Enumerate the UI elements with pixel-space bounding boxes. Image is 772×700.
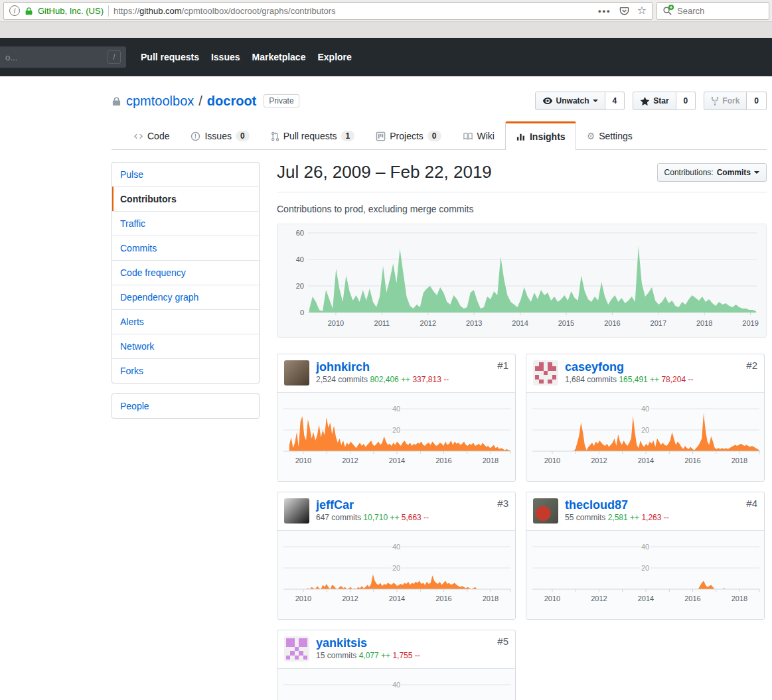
unwatch-button[interactable]: Unwatch: [535, 92, 605, 110]
sidebar-item-code-frequency[interactable]: Code frequency: [112, 260, 259, 285]
tab-counter: 1: [341, 131, 355, 141]
tab-projects[interactable]: Projects0: [365, 121, 451, 150]
gh-nav-pull-requests[interactable]: Pull requests: [141, 52, 199, 62]
avatar[interactable]: [284, 636, 309, 662]
sidebar-item-pulse[interactable]: Pulse: [112, 163, 259, 186]
svg-text:2018: 2018: [732, 456, 747, 464]
additions-count: 10,710 ++: [363, 513, 401, 522]
additions-count: 802,406 ++: [370, 375, 412, 384]
contributor-commit-chart[interactable]: 402020102012201420162018: [277, 531, 515, 620]
contributor-card-header: #2caseyfong1,684 commits 165,491 ++ 78,2…: [526, 354, 764, 393]
sidebar-item-contributors[interactable]: Contributors: [112, 186, 259, 211]
contributor-rank: #2: [746, 360, 757, 371]
gh-nav: Pull requestsIssuesMarketplaceExplore: [141, 52, 352, 62]
contributor-rank: #5: [497, 636, 508, 647]
tab-issues[interactable]: Issues0: [180, 121, 260, 150]
repo-name-link[interactable]: docroot: [207, 94, 256, 109]
tab-counter: 0: [236, 131, 250, 141]
heading-divider: [277, 192, 767, 192]
contributor-commit-chart[interactable]: 402020102012201420162018: [526, 531, 764, 620]
gh-nav-issues[interactable]: Issues: [211, 52, 240, 62]
fork-button[interactable]: Fork: [704, 92, 747, 110]
avatar[interactable]: [533, 498, 558, 524]
svg-text:2012: 2012: [342, 595, 358, 602]
contributor-name-link[interactable]: yankitsis: [316, 636, 367, 650]
browser-toolbar: i GitHub, Inc. (US) https://github.com/c…: [0, 0, 772, 22]
contributor-rank: #1: [497, 360, 508, 371]
bookmark-star-icon[interactable]: ☆: [637, 5, 647, 16]
svg-text:2010: 2010: [544, 456, 560, 464]
gh-nav-marketplace[interactable]: Marketplace: [252, 52, 306, 62]
contributor-card-yankitsis: #5yankitsis15 commits 4,077 ++ 1,755 --4…: [277, 630, 516, 700]
sidebar-item-commits[interactable]: Commits: [112, 236, 259, 260]
star-count[interactable]: 0: [676, 92, 696, 110]
avatar[interactable]: [284, 360, 309, 385]
browser-search-field[interactable]: Search: [656, 2, 769, 20]
contributions-filter-dropdown[interactable]: Contributions:Commits: [657, 163, 767, 182]
all-contributions-chart[interactable]: 0204060201020112012201320142015201620172…: [277, 224, 767, 338]
svg-text:60: 60: [296, 229, 304, 237]
tab-label: Pull requests: [283, 131, 337, 141]
contributor-commit-chart[interactable]: 402020102012201420162018: [277, 669, 515, 700]
unwatch-count[interactable]: 4: [605, 92, 625, 110]
sidebar-item-forks[interactable]: Forks: [112, 358, 259, 383]
sidebar-item-network[interactable]: Network: [112, 334, 259, 358]
contributor-name-link[interactable]: jeffCar: [316, 498, 354, 512]
pull-request-icon: [271, 131, 279, 141]
github-search-input[interactable]: o... /: [0, 46, 126, 68]
contributor-card-jeffcar: #3jeffCar647 commits 10,710 ++ 5,663 --4…: [277, 492, 516, 620]
contributor-card-thecloud87: #4thecloud8755 commits 2,581 ++ 1,263 --…: [526, 492, 765, 620]
svg-text:2010: 2010: [328, 319, 344, 327]
contributor-stats: 55 commits 2,581 ++ 1,263 --: [533, 513, 757, 522]
svg-text:2010: 2010: [295, 595, 311, 602]
page-actions-icon[interactable]: •••: [598, 6, 611, 16]
page-info-icon[interactable]: i: [9, 5, 20, 16]
tab-insights[interactable]: Insights: [505, 121, 576, 150]
svg-text:40: 40: [392, 543, 400, 551]
tab-wiki[interactable]: Wiki: [452, 121, 505, 150]
gh-nav-explore[interactable]: Explore: [317, 52, 351, 62]
code-icon: [133, 131, 143, 141]
wiki-icon: [463, 131, 473, 141]
contributions-subtitle: Contributions to prod, excluding merge c…: [277, 204, 767, 214]
svg-text:2012: 2012: [591, 456, 607, 464]
star-button-group: Star0: [633, 92, 696, 110]
sidebar-item-traffic[interactable]: Traffic: [112, 211, 259, 236]
contributor-name-link[interactable]: johnkirch: [316, 360, 370, 374]
commit-count: 15 commits: [316, 651, 359, 660]
pocket-icon[interactable]: [619, 6, 629, 16]
commit-count: 647 commits: [316, 513, 363, 522]
svg-text:2016: 2016: [684, 456, 700, 464]
contributors-main: Jul 26, 2009 – Feb 22, 2019 Contribution…: [277, 162, 767, 700]
star-icon: [640, 96, 650, 106]
sidebar-item-dependency-graph[interactable]: Dependency graph: [112, 285, 259, 309]
star-button[interactable]: Star: [633, 92, 676, 110]
sidebar-item-people[interactable]: People: [112, 394, 259, 418]
tab-code[interactable]: Code: [123, 121, 180, 150]
svg-text:2018: 2018: [696, 319, 712, 327]
svg-text:2018: 2018: [483, 456, 499, 464]
contributor-name-link[interactable]: thecloud87: [565, 498, 628, 512]
url-text[interactable]: https://github.com/cpmtoolbox/docroot/gr…: [114, 6, 593, 16]
contributor-cards: #1johnkirch2,524 commits 802,406 ++ 337,…: [277, 354, 767, 700]
contributor-commit-chart[interactable]: 402020102012201420162018: [277, 393, 515, 482]
repo-owner-link[interactable]: cpmtoolbox: [126, 94, 194, 109]
svg-text:2014: 2014: [638, 595, 654, 602]
svg-text:40: 40: [296, 255, 304, 263]
url-bar[interactable]: i GitHub, Inc. (US) https://github.com/c…: [3, 2, 653, 20]
sidebar-item-alerts[interactable]: Alerts: [112, 309, 259, 334]
contributor-name-link[interactable]: caseyfong: [565, 360, 624, 374]
tab-label: Issues: [204, 131, 231, 141]
tab-settings[interactable]: ⚙Settings: [576, 121, 643, 150]
fork-count[interactable]: 0: [747, 92, 767, 110]
tab-counter: 0: [427, 131, 441, 141]
contributor-commit-chart[interactable]: 402020102012201420162018: [526, 393, 764, 482]
tab-pull-requests[interactable]: Pull requests1: [260, 121, 366, 150]
avatar[interactable]: [284, 498, 309, 524]
svg-text:2016: 2016: [435, 595, 451, 602]
avatar[interactable]: [533, 360, 558, 385]
svg-text:2011: 2011: [374, 319, 390, 327]
contributor-rank: #4: [746, 498, 757, 509]
site-identity[interactable]: GitHub, Inc. (US): [38, 6, 104, 16]
graph-icon: [516, 132, 526, 142]
